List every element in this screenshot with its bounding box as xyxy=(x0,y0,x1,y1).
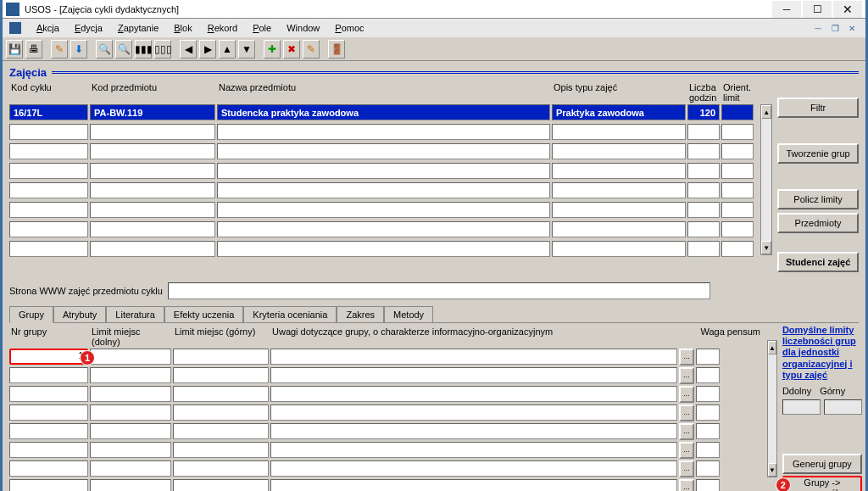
header-opis-typu: Opis typu zajęć xyxy=(552,82,687,103)
section-line xyxy=(52,71,859,74)
scrollbar[interactable]: ▲ ▼ xyxy=(767,340,777,477)
cell-waga[interactable] xyxy=(696,349,720,365)
up-icon[interactable]: ▲ xyxy=(219,40,236,59)
mdi-minimize-icon[interactable]: ─ xyxy=(811,22,825,34)
table-row[interactable] xyxy=(9,124,755,142)
tab-kryteria[interactable]: Kryteria oceniania xyxy=(243,306,337,322)
table-row[interactable] xyxy=(9,241,755,259)
table-row[interactable]: ... xyxy=(9,442,762,459)
grupy-szczegoly-button[interactable]: Grupy -> szczegóły xyxy=(782,476,862,491)
header-nr-grupy: Nr grupy xyxy=(9,326,90,347)
cell-godzin[interactable]: 120 xyxy=(687,104,720,120)
window-title: USOS - [Zajęcia cykli dydaktycznych] xyxy=(25,4,771,14)
przedmioty-button[interactable]: Przedmioty xyxy=(777,213,859,233)
mdi-close-icon[interactable]: ✕ xyxy=(845,22,859,34)
header-kod-cyklu: Kod cyklu xyxy=(9,82,90,103)
table-row[interactable]: 1 1 ... xyxy=(9,349,762,365)
more-button[interactable]: ... xyxy=(679,479,694,491)
exit-icon[interactable]: 🚪 xyxy=(328,40,345,59)
add-icon[interactable]: ✚ xyxy=(264,40,281,59)
ddolny-label: Ddolny xyxy=(782,386,811,396)
table-row[interactable]: ... xyxy=(9,386,762,403)
table-row[interactable] xyxy=(9,202,755,220)
menu-rekord[interactable]: Rekord xyxy=(208,23,237,33)
menu-edycja[interactable]: Edycja xyxy=(75,23,103,33)
more-button[interactable]: ... xyxy=(679,386,694,403)
ddolny-input[interactable] xyxy=(782,399,821,415)
download-icon[interactable]: ⬇ xyxy=(70,40,87,59)
more-button[interactable]: ... xyxy=(679,349,694,365)
find-icon[interactable]: 🔍 xyxy=(115,40,132,59)
scroll-down-icon[interactable]: ▼ xyxy=(768,463,776,477)
cell-nazwa[interactable]: Studencka praktyka zawodowa xyxy=(217,104,550,120)
tab-atrybuty[interactable]: Atrybuty xyxy=(53,306,106,322)
table-row[interactable] xyxy=(9,221,755,239)
minimize-button[interactable]: ─ xyxy=(772,1,801,18)
more-button[interactable]: ... xyxy=(679,405,694,421)
cell-limit[interactable] xyxy=(721,104,754,120)
menu-akcja[interactable]: Akcja xyxy=(36,23,59,33)
table-row[interactable] xyxy=(9,163,755,181)
header-nazwa: Nazwa przedmiotu xyxy=(217,82,552,103)
prev-icon[interactable]: ◀ xyxy=(180,40,197,59)
clear-icon[interactable]: ✎ xyxy=(303,40,320,59)
badge-2: 2 xyxy=(776,477,791,491)
tworzenie-grup-button[interactable]: Tworzenie grup xyxy=(777,143,859,164)
chart2-icon[interactable]: ▯▯▯ xyxy=(154,40,171,59)
cell-limit-dolny[interactable] xyxy=(90,349,171,365)
save-icon[interactable]: 💾 xyxy=(6,40,23,59)
www-label: Strona WWW zajęć przedmiotu cyklu xyxy=(9,286,163,296)
scrollbar[interactable]: ▲ ▼ xyxy=(760,104,772,255)
maximize-button[interactable]: ☐ xyxy=(803,1,832,18)
menu-zapytanie[interactable]: Zapytanie xyxy=(118,23,159,33)
cell-kod-przedmiotu[interactable]: PA-BW.119 xyxy=(90,104,215,120)
tab-zakres[interactable]: Zakres xyxy=(337,306,384,322)
scroll-up-icon[interactable]: ▲ xyxy=(768,341,776,354)
cell-opis[interactable]: Praktyka zawodowa xyxy=(552,104,686,120)
cell-limit-gorny[interactable] xyxy=(173,349,269,365)
policz-limity-button[interactable]: Policz limity xyxy=(777,189,859,209)
cell-nr-grupy[interactable]: 1 1 xyxy=(9,349,88,365)
studenci-button[interactable]: Studenci zajęć xyxy=(777,252,859,272)
tabs: Grupy Atrybuty Literatura Efekty uczenia… xyxy=(9,306,859,323)
tab-efekty[interactable]: Efekty uczenia xyxy=(164,306,244,322)
header-limit-gorny: Limit miejsc (górny) xyxy=(173,326,270,347)
tab-literatura[interactable]: Literatura xyxy=(106,306,164,322)
generuj-grupy-button[interactable]: Generuj grupy xyxy=(782,454,862,474)
table-row[interactable] xyxy=(9,182,755,200)
scroll-down-icon[interactable]: ▼ xyxy=(761,241,771,254)
filtr-button[interactable]: Filtr xyxy=(777,98,859,118)
default-limits-link[interactable]: Domyślne limity liczebności grup dla jed… xyxy=(782,325,862,381)
tab-grupy[interactable]: Grupy xyxy=(9,306,53,323)
cell-kod-cyklu[interactable]: 16/17L xyxy=(9,104,88,120)
table-row[interactable]: ... xyxy=(9,460,762,477)
menu-pomoc[interactable]: Pomoc xyxy=(335,23,364,33)
menu-pole[interactable]: Pole xyxy=(253,23,271,33)
table-row[interactable]: ... xyxy=(9,479,762,491)
search-icon[interactable]: 🔍 xyxy=(96,40,113,59)
gorny-input[interactable] xyxy=(824,399,862,415)
cell-uwagi[interactable] xyxy=(270,349,677,365)
print-icon[interactable]: 🖶 xyxy=(25,40,42,59)
more-button[interactable]: ... xyxy=(679,442,694,459)
more-button[interactable]: ... xyxy=(679,367,694,384)
table-row[interactable] xyxy=(9,143,755,161)
chart1-icon[interactable]: ▮▮▮ xyxy=(135,40,152,59)
www-input[interactable] xyxy=(168,282,710,299)
delete-icon[interactable]: ✖ xyxy=(283,40,300,59)
down-icon[interactable]: ▼ xyxy=(238,40,255,59)
more-button[interactable]: ... xyxy=(679,460,694,477)
tab-metody[interactable]: Metody xyxy=(384,306,433,322)
table-row[interactable]: ... xyxy=(9,405,762,421)
close-button[interactable]: ✕ xyxy=(833,1,862,18)
menu-blok[interactable]: Blok xyxy=(174,23,192,33)
scroll-up-icon[interactable]: ▲ xyxy=(761,105,771,119)
more-button[interactable]: ... xyxy=(679,423,694,440)
mdi-restore-icon[interactable]: ❐ xyxy=(828,22,842,34)
menu-window[interactable]: Window xyxy=(287,23,320,33)
table-row[interactable]: ... xyxy=(9,423,762,440)
table-row[interactable]: 16/17L PA-BW.119 Studencka praktyka zawo… xyxy=(9,104,755,122)
table-row[interactable]: ... xyxy=(9,367,762,384)
edit-icon[interactable]: ✎ xyxy=(51,40,68,59)
next-icon[interactable]: ▶ xyxy=(199,40,216,59)
